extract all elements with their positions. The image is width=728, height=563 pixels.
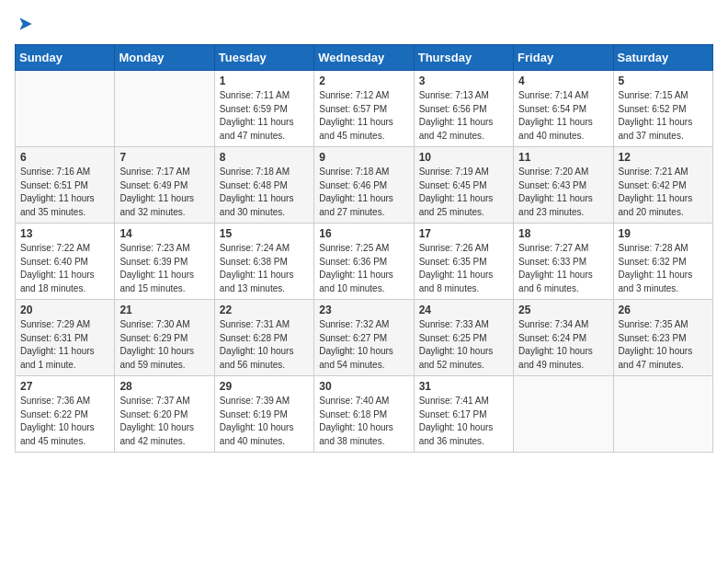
day-number: 24 bbox=[419, 304, 508, 316]
calendar-cell bbox=[16, 71, 115, 147]
day-number: 5 bbox=[619, 75, 708, 87]
calendar-day-header: Sunday bbox=[16, 45, 115, 71]
day-number: 7 bbox=[119, 151, 209, 164]
calendar-day-header: Friday bbox=[514, 45, 613, 71]
calendar-week-row: 6Sunrise: 7:16 AM Sunset: 6:51 PM Daylig… bbox=[16, 147, 713, 224]
day-number: 4 bbox=[518, 75, 608, 87]
day-number: 15 bbox=[220, 227, 309, 240]
svg-marker-0 bbox=[19, 17, 31, 29]
calendar-cell: 13Sunrise: 7:22 AM Sunset: 6:40 PM Dayli… bbox=[16, 224, 115, 300]
day-number: 2 bbox=[319, 75, 408, 87]
day-info: Sunrise: 7:18 AM Sunset: 6:46 PM Dayligh… bbox=[319, 166, 408, 219]
calendar-cell: 31Sunrise: 7:41 AM Sunset: 6:17 PM Dayli… bbox=[414, 376, 513, 453]
calendar-cell: 18Sunrise: 7:27 AM Sunset: 6:33 PM Dayli… bbox=[514, 224, 613, 300]
calendar-cell: 27Sunrise: 7:36 AM Sunset: 6:22 PM Dayli… bbox=[16, 376, 115, 453]
day-number: 26 bbox=[619, 304, 708, 316]
calendar-cell: 1Sunrise: 7:11 AM Sunset: 6:59 PM Daylig… bbox=[214, 71, 313, 147]
day-number: 14 bbox=[119, 227, 209, 240]
calendar-cell: 28Sunrise: 7:37 AM Sunset: 6:20 PM Dayli… bbox=[115, 376, 214, 453]
day-number: 13 bbox=[20, 227, 109, 240]
calendar-cell: 8Sunrise: 7:18 AM Sunset: 6:48 PM Daylig… bbox=[214, 147, 313, 224]
day-info: Sunrise: 7:21 AM Sunset: 6:42 PM Dayligh… bbox=[619, 166, 708, 219]
calendar-week-row: 13Sunrise: 7:22 AM Sunset: 6:40 PM Dayli… bbox=[16, 224, 713, 300]
calendar-week-row: 20Sunrise: 7:29 AM Sunset: 6:31 PM Dayli… bbox=[16, 300, 713, 376]
day-info: Sunrise: 7:24 AM Sunset: 6:38 PM Dayligh… bbox=[220, 242, 309, 295]
day-info: Sunrise: 7:30 AM Sunset: 6:29 PM Dayligh… bbox=[119, 318, 209, 372]
calendar-cell bbox=[514, 376, 613, 453]
day-number: 12 bbox=[619, 151, 708, 164]
calendar-header-row: SundayMondayTuesdayWednesdayThursdayFrid… bbox=[16, 45, 713, 71]
day-info: Sunrise: 7:34 AM Sunset: 6:24 PM Dayligh… bbox=[518, 318, 608, 372]
calendar-cell: 7Sunrise: 7:17 AM Sunset: 6:49 PM Daylig… bbox=[115, 147, 214, 224]
calendar-week-row: 27Sunrise: 7:36 AM Sunset: 6:22 PM Dayli… bbox=[16, 376, 713, 453]
calendar-cell: 9Sunrise: 7:18 AM Sunset: 6:46 PM Daylig… bbox=[314, 147, 414, 224]
page-header bbox=[15, 15, 713, 33]
calendar-cell: 5Sunrise: 7:15 AM Sunset: 6:52 PM Daylig… bbox=[613, 71, 712, 147]
calendar-cell bbox=[613, 376, 712, 453]
day-info: Sunrise: 7:16 AM Sunset: 6:51 PM Dayligh… bbox=[20, 166, 109, 219]
calendar-cell: 30Sunrise: 7:40 AM Sunset: 6:18 PM Dayli… bbox=[314, 376, 414, 453]
calendar-cell: 20Sunrise: 7:29 AM Sunset: 6:31 PM Dayli… bbox=[16, 300, 115, 376]
calendar-cell: 2Sunrise: 7:12 AM Sunset: 6:57 PM Daylig… bbox=[314, 71, 414, 147]
calendar-cell: 24Sunrise: 7:33 AM Sunset: 6:25 PM Dayli… bbox=[414, 300, 513, 376]
day-info: Sunrise: 7:23 AM Sunset: 6:39 PM Dayligh… bbox=[119, 242, 209, 295]
calendar-day-header: Monday bbox=[115, 45, 214, 71]
day-info: Sunrise: 7:32 AM Sunset: 6:27 PM Dayligh… bbox=[319, 318, 408, 372]
day-number: 10 bbox=[419, 151, 508, 164]
day-number: 6 bbox=[20, 151, 109, 164]
day-number: 19 bbox=[619, 227, 708, 240]
day-number: 25 bbox=[518, 304, 608, 316]
day-number: 29 bbox=[220, 380, 309, 393]
day-info: Sunrise: 7:41 AM Sunset: 6:17 PM Dayligh… bbox=[419, 395, 508, 448]
day-number: 11 bbox=[518, 151, 608, 164]
day-number: 31 bbox=[419, 380, 508, 393]
day-info: Sunrise: 7:35 AM Sunset: 6:23 PM Dayligh… bbox=[619, 318, 708, 372]
day-info: Sunrise: 7:40 AM Sunset: 6:18 PM Dayligh… bbox=[319, 395, 408, 448]
calendar-cell: 26Sunrise: 7:35 AM Sunset: 6:23 PM Dayli… bbox=[613, 300, 712, 376]
calendar-day-header: Wednesday bbox=[314, 45, 414, 71]
day-number: 16 bbox=[319, 227, 408, 240]
day-info: Sunrise: 7:14 AM Sunset: 6:54 PM Dayligh… bbox=[518, 89, 608, 143]
day-number: 27 bbox=[20, 380, 109, 393]
calendar-cell: 15Sunrise: 7:24 AM Sunset: 6:38 PM Dayli… bbox=[214, 224, 313, 300]
calendar-week-row: 1Sunrise: 7:11 AM Sunset: 6:59 PM Daylig… bbox=[16, 71, 713, 147]
day-info: Sunrise: 7:27 AM Sunset: 6:33 PM Dayligh… bbox=[518, 242, 608, 295]
day-info: Sunrise: 7:11 AM Sunset: 6:59 PM Dayligh… bbox=[220, 89, 309, 143]
day-info: Sunrise: 7:22 AM Sunset: 6:40 PM Dayligh… bbox=[20, 242, 109, 295]
calendar-cell: 23Sunrise: 7:32 AM Sunset: 6:27 PM Dayli… bbox=[314, 300, 414, 376]
logo bbox=[15, 15, 35, 33]
day-number: 23 bbox=[319, 304, 408, 316]
calendar-day-header: Tuesday bbox=[214, 45, 313, 71]
day-info: Sunrise: 7:28 AM Sunset: 6:32 PM Dayligh… bbox=[619, 242, 708, 295]
logo-arrow-icon bbox=[17, 15, 35, 33]
day-number: 8 bbox=[220, 151, 309, 164]
day-info: Sunrise: 7:33 AM Sunset: 6:25 PM Dayligh… bbox=[419, 318, 508, 372]
calendar-cell: 22Sunrise: 7:31 AM Sunset: 6:28 PM Dayli… bbox=[214, 300, 313, 376]
day-info: Sunrise: 7:26 AM Sunset: 6:35 PM Dayligh… bbox=[419, 242, 508, 295]
day-info: Sunrise: 7:36 AM Sunset: 6:22 PM Dayligh… bbox=[20, 395, 109, 448]
day-number: 1 bbox=[220, 75, 309, 87]
day-info: Sunrise: 7:29 AM Sunset: 6:31 PM Dayligh… bbox=[20, 318, 109, 372]
day-info: Sunrise: 7:25 AM Sunset: 6:36 PM Dayligh… bbox=[319, 242, 408, 295]
calendar-cell: 11Sunrise: 7:20 AM Sunset: 6:43 PM Dayli… bbox=[514, 147, 613, 224]
calendar-day-header: Saturday bbox=[613, 45, 712, 71]
day-info: Sunrise: 7:31 AM Sunset: 6:28 PM Dayligh… bbox=[220, 318, 309, 372]
day-info: Sunrise: 7:18 AM Sunset: 6:48 PM Dayligh… bbox=[220, 166, 309, 219]
day-number: 17 bbox=[419, 227, 508, 240]
day-number: 30 bbox=[319, 380, 408, 393]
calendar-cell: 4Sunrise: 7:14 AM Sunset: 6:54 PM Daylig… bbox=[514, 71, 613, 147]
calendar-cell: 10Sunrise: 7:19 AM Sunset: 6:45 PM Dayli… bbox=[414, 147, 513, 224]
calendar-cell: 16Sunrise: 7:25 AM Sunset: 6:36 PM Dayli… bbox=[314, 224, 414, 300]
calendar-cell: 14Sunrise: 7:23 AM Sunset: 6:39 PM Dayli… bbox=[115, 224, 214, 300]
calendar-cell: 17Sunrise: 7:26 AM Sunset: 6:35 PM Dayli… bbox=[414, 224, 513, 300]
calendar-table: SundayMondayTuesdayWednesdayThursdayFrid… bbox=[15, 44, 713, 453]
calendar-cell: 19Sunrise: 7:28 AM Sunset: 6:32 PM Dayli… bbox=[613, 224, 712, 300]
calendar-cell: 25Sunrise: 7:34 AM Sunset: 6:24 PM Dayli… bbox=[514, 300, 613, 376]
day-number: 28 bbox=[119, 380, 209, 393]
calendar-day-header: Thursday bbox=[414, 45, 513, 71]
calendar-cell bbox=[115, 71, 214, 147]
day-info: Sunrise: 7:37 AM Sunset: 6:20 PM Dayligh… bbox=[119, 395, 209, 448]
day-info: Sunrise: 7:17 AM Sunset: 6:49 PM Dayligh… bbox=[119, 166, 209, 219]
day-number: 18 bbox=[518, 227, 608, 240]
day-number: 20 bbox=[20, 304, 109, 316]
